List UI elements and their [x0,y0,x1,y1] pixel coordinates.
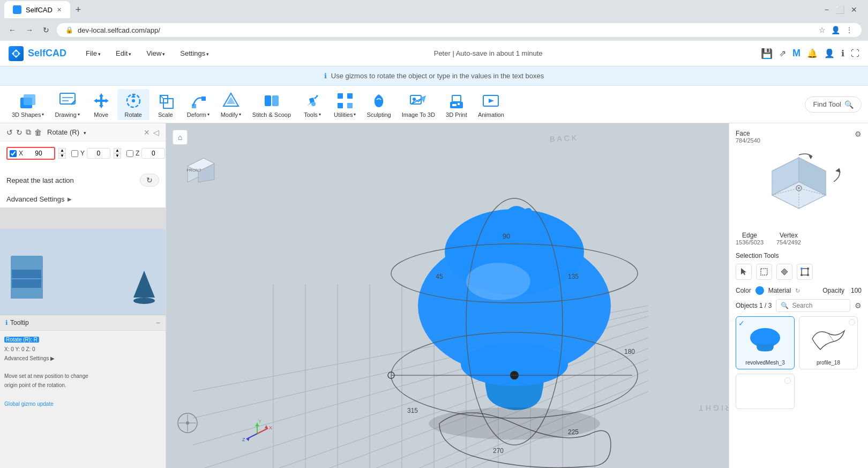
svg-marker-9 [99,105,103,108]
y-axis-checkbox[interactable] [71,150,78,157]
active-tab[interactable]: SelfCAD ✕ [4,1,70,18]
svg-point-91 [186,421,189,425]
3d-shapes-icon [18,91,38,110]
maximize-button[interactable]: ⬜ [835,5,844,14]
extra-object-radio [784,377,791,384]
duplicate-icon[interactable]: ⧉ [26,128,31,137]
panel-dropdown-icon[interactable]: ▾ [84,130,86,136]
new-tab-button[interactable]: + [72,3,85,17]
save-icon[interactable]: 💾 [761,48,773,60]
delete-icon[interactable]: 🗑 [34,128,42,137]
material-refresh-icon[interactable]: ↻ [795,287,800,294]
tooltip-line-5: origin point of the rotation. [4,381,161,389]
tooltip-link[interactable]: Global gizmo update [4,401,54,407]
face-count: 784/2540 [736,137,760,144]
bell-icon[interactable]: 🔔 [807,48,818,58]
search-box[interactable]: 🔍 [776,299,850,312]
home-button[interactable]: ⌂ [173,130,188,145]
toolbar-3d-print[interactable]: 3D Print [440,89,473,120]
find-tool-button[interactable]: Find Tool 🔍 [805,96,862,113]
panel-header: ↺ ↻ ⧉ 🗑 Rotate (R) ▾ ✕ ◁ [0,123,166,142]
panel-close-button[interactable]: ✕ [144,128,150,137]
rotate-label: Rotate [125,112,142,118]
view-menu[interactable]: View▾ [140,46,171,61]
object-item-extra[interactable] [736,374,795,409]
tooltip-header: ℹ Tooltip − [0,315,166,331]
toolbar-tools[interactable]: Tools ▾ [296,89,328,120]
m-icon[interactable]: M [792,48,800,59]
minimize-button[interactable]: − [825,5,829,14]
z-axis-input[interactable] [141,148,165,159]
back-button[interactable]: ← [6,24,18,36]
more-icon[interactable]: ⋮ [845,26,853,34]
toolbar-rotate[interactable]: Rotate [117,89,149,120]
objects-settings-icon[interactable]: ⚙ [855,301,862,310]
y-spin-up[interactable]: ▲ [114,148,121,153]
repeat-button[interactable]: ↻ [140,174,159,187]
toolbar-scale[interactable]: Scale [149,89,182,120]
viewport[interactable]: BACK RIGHT [166,123,729,468]
search-input[interactable] [792,302,845,309]
stitch-icon [262,91,281,110]
fullscreen-icon[interactable]: ⛶ [851,49,859,58]
select-tool-pointer[interactable] [736,264,752,280]
x-spin-up[interactable]: ▲ [58,148,66,153]
share-icon[interactable]: ⇗ [779,48,786,58]
toolbar-image-to-3d[interactable]: Image To 3D [396,89,440,120]
object-item-profile[interactable]: profile_18 [799,316,858,369]
tab-close-button[interactable]: ✕ [57,6,62,13]
toolbar-stitch[interactable]: Stitch & Scoop [247,89,296,120]
address-bar[interactable]: 🔒 dev-local.selfcad.com/app/ ☆ 👤 ⋮ [57,23,862,37]
reload-button[interactable]: ↻ [41,24,51,36]
object-item-revolvedMesh[interactable]: ✓ revolvedMesh_3 [736,316,795,369]
settings-menu[interactable]: Settings▾ [174,46,215,61]
toolbar-utilities[interactable]: Utilities ▾ [328,89,361,120]
info-icon[interactable]: ℹ [841,48,844,58]
toolbar-deform[interactable]: Deform ▾ [182,89,215,120]
bookmark-icon[interactable]: ☆ [819,26,826,34]
toolbar-modify[interactable]: Modify ▾ [215,89,247,120]
stitch-label: Stitch & Scoop [252,112,291,118]
svg-point-16 [132,99,135,102]
svg-rect-112 [761,269,767,275]
panel-collapse-button[interactable]: ◁ [153,128,159,137]
edit-menu[interactable]: Edit▾ [109,46,138,61]
toolbar-animation[interactable]: Animation [473,89,510,120]
svg-point-35 [413,98,416,101]
svg-marker-113 [781,269,788,275]
find-tool-label: Find Tool [813,100,841,108]
forward-button[interactable]: → [24,24,35,36]
user-icon[interactable]: 👤 [831,26,840,34]
advanced-settings-row[interactable]: Advanced Settings ▶ [0,191,166,207]
compass-svg [177,412,198,434]
tab-favicon [13,5,21,14]
svg-rect-25 [272,95,279,106]
color-swatch[interactable] [755,286,764,295]
x-axis-checkbox[interactable] [10,150,17,157]
select-tool-box[interactable] [756,264,772,280]
profile-icon[interactable]: 👤 [824,48,835,58]
z-axis-checkbox[interactable] [126,150,133,157]
rotate-undo-icon[interactable]: ↺ [6,128,13,137]
objects-label: Objects 1 / 3 [736,302,772,309]
x-axis-input[interactable] [25,148,52,158]
tooltip-close-button[interactable]: − [156,318,160,327]
select-tool-edge[interactable] [797,264,813,280]
x-spin-down[interactable]: ▼ [58,153,66,159]
file-menu[interactable]: File▾ [79,46,107,61]
axis-svg: X Y Z [241,418,273,450]
rotate-redo-icon[interactable]: ↻ [16,128,23,137]
toolbar-3d-shapes[interactable]: 3D Shapes ▾ [6,89,49,120]
y-spin-down[interactable]: ▼ [114,153,121,159]
image-to-3d-icon [409,91,428,110]
svg-rect-3 [24,94,35,105]
toolbar-drawing[interactable]: Drawing ▾ [49,89,85,120]
3d-object-svg: 90 45 135 180 225 270 315 [166,123,729,468]
modify-icon [221,91,241,110]
select-tool-face[interactable] [776,264,792,280]
y-axis-input[interactable] [87,148,110,159]
close-button[interactable]: ✕ [851,5,857,14]
toolbar-sculpting[interactable]: Sculpting [361,89,396,120]
toolbar-move[interactable]: Move [85,89,117,120]
mesh-settings-icon[interactable]: ⚙ [855,130,862,138]
